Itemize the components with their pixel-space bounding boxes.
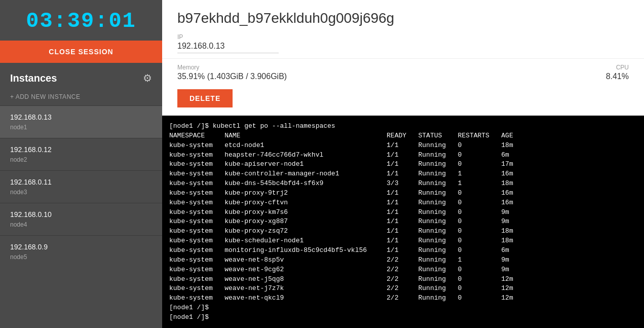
instance-item[interactable]: 192.168.0.10node4 (0, 203, 162, 235)
gear-icon[interactable]: ⚙ (143, 72, 152, 84)
instance-node: node5 (10, 252, 152, 262)
instance-item[interactable]: 192.168.0.11node3 (0, 170, 162, 203)
meta-row: IP 192.168.0.13 (177, 33, 629, 53)
sidebar: 03:39:01 CLOSE SESSION Instances ⚙ + ADD… (0, 0, 162, 328)
instance-node: node4 (10, 220, 152, 229)
main-content: b97ekhdd_b97ekklduh0g009j696g IP 192.168… (162, 0, 644, 328)
instances-header: Instances ⚙ (0, 63, 162, 91)
instance-ip: 192.168.0.9 (10, 242, 152, 252)
cpu-label: CPU (606, 64, 629, 71)
cpu-section: CPU 8.41% (606, 64, 629, 81)
instance-item[interactable]: 192.168.0.12node2 (0, 138, 162, 170)
instance-node: node1 (10, 123, 152, 132)
instance-ip: 192.168.0.13 (10, 112, 152, 123)
delete-button[interactable]: DELETE (177, 89, 233, 107)
memory-label: Memory (177, 64, 606, 71)
cpu-value: 8.41% (606, 72, 629, 81)
instance-node: node2 (10, 155, 152, 164)
ip-label: IP (177, 33, 289, 41)
instances-title: Instances (10, 72, 57, 84)
instance-item[interactable]: 192.168.0.9node5 (0, 235, 162, 268)
instance-item[interactable]: 192.168.0.13node1 (0, 105, 162, 138)
close-session-button[interactable]: CLOSE SESSION (0, 41, 162, 63)
detail-header: b97ekhdd_b97ekklduh0g009j696g IP 192.168… (162, 0, 644, 59)
instance-ip: 192.168.0.12 (10, 144, 152, 155)
memory-value: 35.91% (1.403GiB / 3.906GiB) (177, 72, 606, 81)
timer-display: 03:39:01 (26, 9, 136, 33)
instance-ip: 192.168.0.11 (10, 177, 152, 188)
ip-value: 192.168.0.13 (177, 42, 279, 53)
instance-ip: 192.168.0.10 (10, 209, 152, 220)
instance-list: 192.168.0.13node1192.168.0.12node2192.16… (0, 105, 162, 268)
timer-area: 03:39:01 (0, 0, 162, 41)
add-instance-button[interactable]: + ADD NEW INSTANCE (0, 91, 162, 105)
memory-section: Memory 35.91% (1.403GiB / 3.906GiB) (177, 64, 606, 81)
instance-node: node3 (10, 188, 152, 197)
actions-row: DELETE (162, 81, 644, 116)
terminal[interactable]: [node1 /]$ kubectl get po --all-namespac… (162, 116, 644, 328)
ip-section: IP 192.168.0.13 (177, 33, 289, 53)
memory-cpu-row: Memory 35.91% (1.403GiB / 3.906GiB) CPU … (162, 59, 644, 81)
instance-name: b97ekhdd_b97ekklduh0g009j696g (177, 10, 629, 26)
